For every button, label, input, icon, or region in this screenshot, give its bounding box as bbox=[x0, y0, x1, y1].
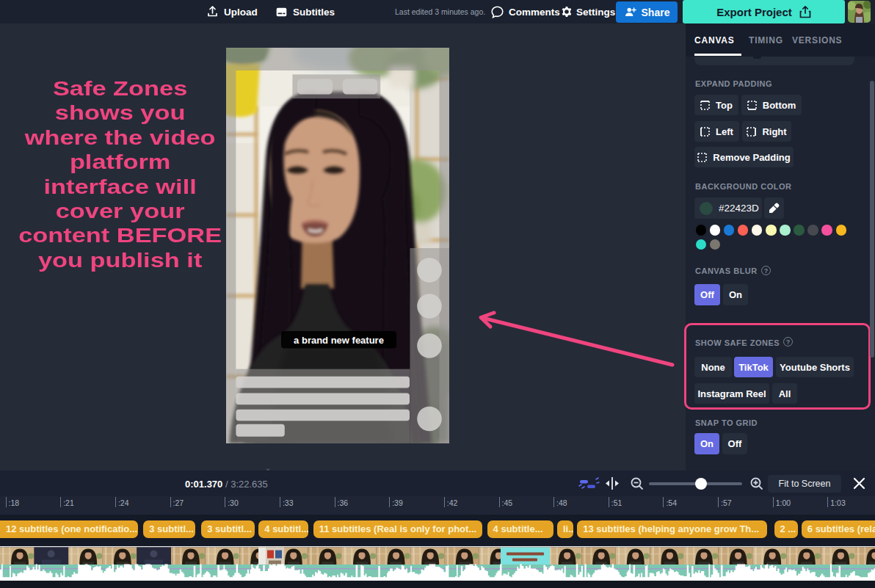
svg-text:a brand new feature: a brand new feature bbox=[294, 335, 384, 346]
